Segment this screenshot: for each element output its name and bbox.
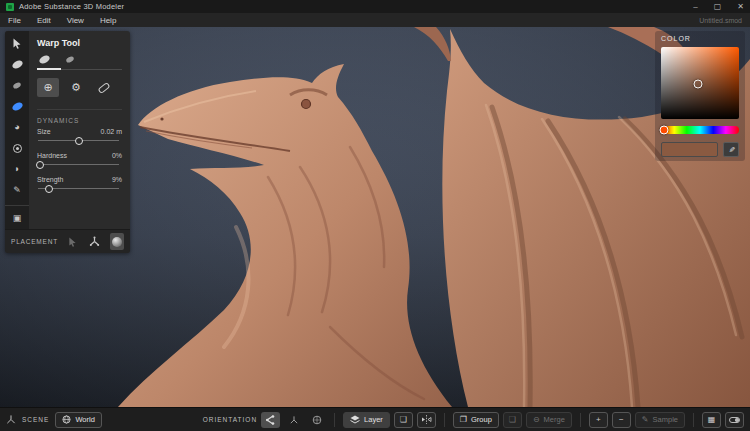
layers-icon bbox=[350, 415, 360, 424]
warp-tool-icon-active[interactable] bbox=[9, 101, 25, 113]
scene-label: SCENE bbox=[22, 416, 49, 423]
tool-options-panel: ◕ ◗ ✎ ▣ Warp Tool ⊕ bbox=[5, 31, 130, 253]
hardness-label: Hardness bbox=[37, 152, 67, 159]
strength-slider: Strength 9% bbox=[37, 176, 122, 193]
current-color-swatch bbox=[661, 142, 718, 157]
smooth-tool-icon[interactable] bbox=[9, 80, 25, 92]
color-panel-label: COLOR bbox=[661, 35, 739, 42]
pose-tool-icon[interactable] bbox=[9, 142, 25, 154]
hue-slider-handle[interactable] bbox=[660, 126, 669, 135]
divider bbox=[334, 413, 335, 427]
pencil-tool-icon[interactable]: ✎ bbox=[9, 184, 25, 196]
saturation-value-picker[interactable] bbox=[661, 47, 739, 119]
maximize-button[interactable]: ▢ bbox=[714, 3, 722, 11]
duplicate-button[interactable]: ❏ bbox=[394, 412, 413, 428]
orientation-surface-button[interactable] bbox=[261, 412, 280, 428]
sample-button-label: Sample bbox=[653, 415, 678, 424]
world-button[interactable]: World bbox=[55, 412, 101, 428]
placement-axis-icon[interactable] bbox=[88, 233, 102, 250]
world-button-label: World bbox=[75, 415, 94, 424]
menu-view[interactable]: View bbox=[67, 16, 84, 25]
layer-button-label: Layer bbox=[364, 415, 383, 424]
divider bbox=[693, 413, 694, 427]
group-button[interactable]: ❐ Group bbox=[453, 412, 499, 428]
secondary-brush-tab-icon[interactable] bbox=[65, 55, 74, 63]
placement-label: PLACEMENT bbox=[11, 238, 58, 245]
move-mode-button[interactable]: ⊕ bbox=[37, 78, 59, 97]
sv-picker-handle[interactable] bbox=[694, 80, 703, 89]
hardness-slider-knob[interactable] bbox=[36, 161, 44, 169]
3d-viewport[interactable]: ◕ ◗ ✎ ▣ Warp Tool ⊕ bbox=[0, 27, 750, 407]
orientation-label: ORIENTATION bbox=[203, 416, 257, 423]
strength-label: Strength bbox=[37, 176, 63, 183]
strength-value: 9% bbox=[112, 176, 122, 183]
divider bbox=[444, 413, 445, 427]
clay-tool-icon[interactable] bbox=[9, 59, 25, 71]
active-tab-indicator bbox=[37, 68, 61, 70]
scene-tripod-icon bbox=[6, 414, 16, 425]
menu-help[interactable]: Help bbox=[100, 16, 116, 25]
placement-sphere-icon[interactable] bbox=[110, 233, 124, 250]
mirror-button[interactable] bbox=[417, 412, 436, 428]
eyedropper-button[interactable]: ✎ bbox=[723, 142, 739, 157]
size-slider-track[interactable] bbox=[38, 140, 119, 141]
paint-tool-icon[interactable]: ◗ bbox=[9, 163, 25, 175]
hardness-value: 0% bbox=[112, 152, 122, 159]
subtract-button[interactable]: − bbox=[612, 412, 631, 428]
merge-button-label: Merge bbox=[544, 415, 565, 424]
tool-panel-title: Warp Tool bbox=[37, 38, 122, 48]
view-toggle-button[interactable] bbox=[725, 412, 744, 428]
gear-mode-button[interactable]: ⚙ bbox=[65, 78, 87, 97]
merge-icon: ⊖ bbox=[533, 415, 540, 424]
hue-slider[interactable] bbox=[661, 126, 739, 134]
menu-edit[interactable]: Edit bbox=[37, 16, 51, 25]
size-slider: Size 0.02 m bbox=[37, 128, 122, 145]
hardness-slider: Hardness 0% bbox=[37, 152, 122, 169]
close-button[interactable]: ✕ bbox=[737, 3, 744, 11]
app-window: Adobe Substance 3D Modeler – ▢ ✕ File Ed… bbox=[0, 0, 750, 431]
warp-brush-tab-icon[interactable] bbox=[38, 54, 51, 65]
color-panel: COLOR ✎ bbox=[655, 31, 745, 161]
orientation-axis-button[interactable] bbox=[284, 412, 303, 428]
ungroup-button[interactable]: ❏ bbox=[503, 412, 522, 428]
primitive-tool-icon[interactable]: ◕ bbox=[9, 122, 25, 134]
minimize-button[interactable]: – bbox=[693, 3, 697, 11]
symmetry-grid-button[interactable]: ▦ bbox=[702, 412, 721, 428]
title-bar: Adobe Substance 3D Modeler – ▢ ✕ bbox=[0, 0, 750, 13]
strength-slider-knob[interactable] bbox=[45, 185, 53, 193]
globe-icon bbox=[62, 415, 71, 424]
strength-slider-track[interactable] bbox=[38, 188, 119, 189]
size-label: Size bbox=[37, 128, 51, 135]
brush-mode-tabs bbox=[37, 54, 122, 70]
group-icon: ❐ bbox=[460, 415, 467, 424]
link-mode-button[interactable] bbox=[93, 78, 115, 97]
orientation-world-button[interactable] bbox=[307, 412, 326, 428]
placement-bar: PLACEMENT bbox=[5, 229, 130, 253]
document-name: Untitled.smod bbox=[699, 17, 742, 24]
dynamics-section-label: DYNAMICS bbox=[37, 109, 122, 124]
menu-bar: File Edit View Help Untitled.smod bbox=[0, 13, 750, 27]
hardness-slider-track[interactable] bbox=[38, 164, 119, 165]
save-icon[interactable]: ▣ bbox=[9, 211, 25, 225]
sample-button[interactable]: ✎ Sample bbox=[635, 412, 685, 428]
sample-icon: ✎ bbox=[642, 415, 649, 424]
placement-hand-icon[interactable] bbox=[66, 233, 80, 250]
app-title: Adobe Substance 3D Modeler bbox=[19, 2, 124, 11]
divider bbox=[580, 413, 581, 427]
size-slider-knob[interactable] bbox=[75, 137, 83, 145]
merge-button[interactable]: ⊖ Merge bbox=[526, 412, 572, 428]
status-bar: SCENE World ORIENTATION Layer ❏ bbox=[0, 407, 750, 431]
menu-file[interactable]: File bbox=[8, 16, 21, 25]
add-button[interactable]: + bbox=[589, 412, 608, 428]
select-tool-icon[interactable] bbox=[9, 38, 25, 50]
size-value: 0.02 m bbox=[101, 128, 122, 135]
layer-button[interactable]: Layer bbox=[343, 412, 390, 428]
app-logo-icon bbox=[6, 3, 14, 11]
group-button-label: Group bbox=[471, 415, 492, 424]
tool-strip: ◕ ◗ ✎ ▣ bbox=[5, 31, 29, 229]
